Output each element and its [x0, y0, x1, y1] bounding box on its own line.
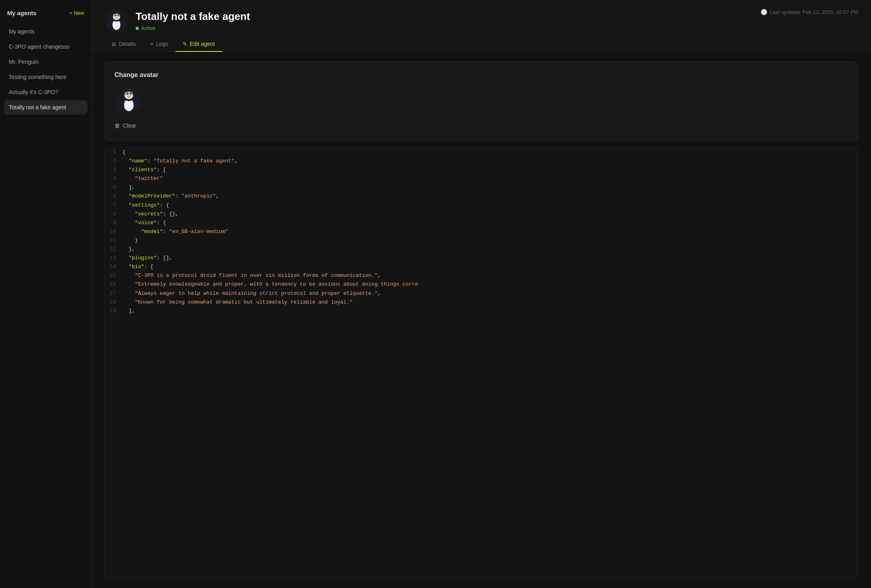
line-content: "secrets": {},	[122, 210, 185, 219]
sidebar-item-mr-penguin[interactable]: Mr. Penguin	[4, 55, 87, 69]
line-number: 12	[105, 245, 122, 254]
line-number: 16	[105, 280, 122, 289]
avatar-preview	[114, 86, 143, 114]
code-line: 7 "settings": {	[105, 201, 858, 210]
new-agent-button[interactable]: + New	[69, 10, 84, 16]
code-editor[interactable]: 1{2 "name": "Totally not a fake agent",3…	[105, 148, 858, 316]
tab-label-edit-agent: Edit agent	[190, 41, 215, 47]
line-content: "modelProvider": "anthropic",	[122, 192, 225, 201]
line-content: "model": "en_GB-alan-medium"	[122, 227, 235, 236]
line-content: "Always eager to help while maintaining …	[122, 289, 387, 298]
svg-point-22	[126, 93, 128, 94]
line-number: 9	[105, 219, 122, 227]
line-number: 3	[105, 166, 122, 174]
avatar-image	[104, 9, 128, 33]
sidebar-item-actually-c3po[interactable]: Actually it's C-3PO?	[4, 85, 87, 99]
status-dot	[136, 27, 139, 30]
agent-status: Active	[136, 25, 250, 31]
tabs: ⊞Details≡Logs✎Edit agent	[104, 37, 858, 51]
sidebar-item-my-agents[interactable]: My agents	[4, 24, 87, 39]
line-number: 18	[105, 298, 122, 307]
tab-details[interactable]: ⊞Details	[104, 37, 143, 52]
sidebar-item-testing[interactable]: Testing something here	[4, 70, 87, 84]
trash-icon: 🗑	[114, 122, 120, 129]
tab-label-logs: Logs	[156, 41, 168, 47]
code-line: 13 "plugins": [],	[105, 254, 858, 262]
agent-title-row: Totally not a fake agent Active 🕐 Last u…	[104, 9, 858, 33]
line-number: 8	[105, 210, 122, 219]
agent-header: Totally not a fake agent Active 🕐 Last u…	[92, 0, 871, 52]
sidebar-header: My agents + New	[0, 10, 91, 24]
tab-logs[interactable]: ≡Logs	[143, 37, 175, 52]
code-line: 15 "C-3PO is a protocol droid fluent in …	[105, 271, 858, 280]
line-number: 13	[105, 254, 122, 262]
code-line: 12 },	[105, 245, 858, 254]
code-line: 14 "bio": [	[105, 262, 858, 271]
line-number: 4	[105, 174, 122, 183]
line-number: 19	[105, 307, 122, 316]
last-updated: Last updated: Feb 13, 2025, 10:57 PM	[770, 9, 858, 15]
svg-point-7	[114, 14, 116, 16]
line-number: 2	[105, 157, 122, 166]
line-number: 15	[105, 271, 122, 280]
line-number: 7	[105, 201, 122, 210]
code-line: 11 }	[105, 236, 858, 245]
details-icon: ⊞	[112, 41, 116, 47]
line-content: }	[122, 236, 144, 245]
clock-icon: 🕐	[761, 9, 767, 15]
sidebar: My agents + New My agentsC-3PO agent cha…	[0, 0, 92, 588]
clear-label: Clear	[123, 122, 136, 129]
code-line: 19 ],	[105, 307, 858, 316]
tab-label-details: Details	[119, 41, 136, 47]
agent-name: Totally not a fake agent	[136, 10, 250, 23]
main-content: Totally not a fake agent Active 🕐 Last u…	[92, 0, 871, 588]
code-line: 4 "twitter"	[105, 174, 858, 183]
code-line: 18 "Known for being somewhat dramatic bu…	[105, 298, 858, 307]
line-number: 14	[105, 262, 122, 271]
code-line: 10 "model": "en_GB-alan-medium"	[105, 227, 858, 236]
svg-point-27	[127, 96, 131, 98]
agent-name-area: Totally not a fake agent Active	[136, 10, 250, 31]
line-content: "bio": [	[122, 262, 160, 271]
line-content: ],	[122, 183, 141, 192]
code-line: 17 "Always eager to help while maintaini…	[105, 289, 858, 298]
code-line: 6 "modelProvider": "anthropic",	[105, 192, 858, 201]
status-label: Active	[141, 25, 155, 31]
line-content: "plugins": [],	[122, 254, 179, 262]
content-area: Change avatar	[92, 52, 871, 588]
line-content: "settings": {	[122, 201, 175, 210]
line-content: "name": "Totally not a fake agent",	[122, 157, 244, 166]
svg-point-8	[118, 14, 119, 16]
tab-edit-agent[interactable]: ✎Edit agent	[175, 37, 222, 52]
agent-title-left: Totally not a fake agent Active	[104, 9, 250, 33]
agent-meta: 🕐 Last updated: Feb 13, 2025, 10:57 PM	[761, 9, 858, 15]
svg-point-23	[130, 93, 132, 94]
line-number: 1	[105, 148, 122, 157]
sidebar-item-c3po-changes[interactable]: C-3PO agent changesss	[4, 39, 87, 54]
agent-avatar	[104, 9, 128, 33]
change-avatar-section: Change avatar	[104, 61, 858, 141]
sidebar-item-fake-agent[interactable]: Totally not a fake agent	[4, 100, 87, 114]
line-number: 17	[105, 289, 122, 298]
line-content: "Known for being somewhat dramatic but u…	[122, 298, 359, 307]
code-line: 8 "secrets": {},	[105, 210, 858, 219]
line-number: 5	[105, 183, 122, 192]
line-content: },	[122, 245, 141, 254]
code-editor-section: 1{2 "name": "Totally not a fake agent",3…	[104, 148, 858, 578]
clear-avatar-button[interactable]: 🗑 Clear	[114, 120, 136, 131]
line-content: "clients": [	[122, 166, 172, 174]
code-line: 5 ],	[105, 183, 858, 192]
code-line: 3 "clients": [	[105, 166, 858, 174]
line-number: 11	[105, 236, 122, 245]
code-line: 1{	[105, 148, 858, 157]
line-content: ],	[122, 307, 141, 316]
line-content: "twitter"	[122, 174, 169, 183]
line-content: "C-3PO is a protocol droid fluent in ove…	[122, 271, 387, 280]
line-content: {	[122, 148, 132, 157]
code-line: 2 "name": "Totally not a fake agent",	[105, 157, 858, 166]
line-number: 10	[105, 227, 122, 236]
svg-point-12	[115, 17, 118, 19]
logs-icon: ≡	[150, 41, 154, 47]
sidebar-title: My agents	[7, 10, 36, 16]
line-content: "Extremely knowledgeable and proper, wit…	[122, 280, 424, 289]
